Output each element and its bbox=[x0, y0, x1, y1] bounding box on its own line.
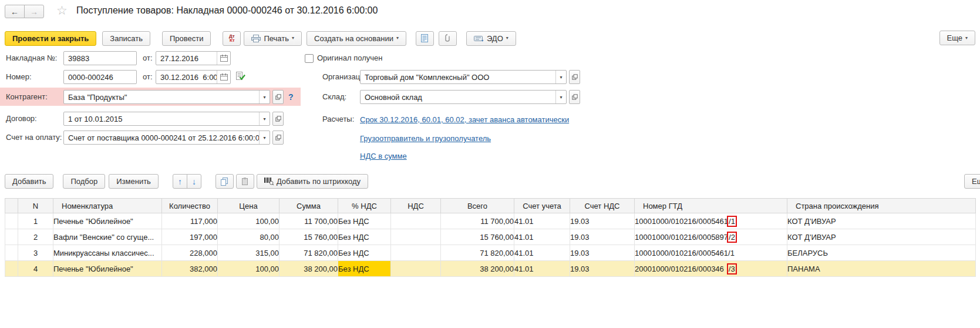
row-marker bbox=[5, 245, 18, 261]
invoice-no-field[interactable]: 39883 bbox=[63, 51, 137, 65]
active-cell[interactable]: Без НДС bbox=[338, 261, 391, 277]
col-total[interactable]: Всего bbox=[441, 199, 514, 213]
number-label: Номер: bbox=[6, 70, 32, 84]
col-nomenclature[interactable]: Номенклатура bbox=[53, 199, 162, 213]
number-date-field[interactable]: 30.12.2016 6:00:00 bbox=[156, 70, 231, 84]
bill-field[interactable]: Счет от поставщика 0000-000241 от 25.12.… bbox=[63, 130, 270, 145]
create-based-on-button[interactable]: Создать на основании▾ bbox=[307, 31, 406, 46]
edit-button[interactable]: Изменить bbox=[109, 174, 159, 189]
calendar-icon bbox=[220, 73, 228, 81]
copy-icon bbox=[220, 178, 228, 186]
col-vat-rate[interactable]: % НДС bbox=[338, 199, 391, 213]
caret-down-icon: ▾ bbox=[965, 36, 968, 41]
col-gtd-number[interactable]: Номер ГТД bbox=[635, 199, 787, 213]
help-icon[interactable]: ? bbox=[288, 90, 294, 104]
print-button[interactable]: Печать▾ bbox=[244, 31, 302, 46]
add-by-barcode-button[interactable]: Добавить по штрихкоду bbox=[257, 174, 368, 189]
caret-down-icon: ▾ bbox=[396, 36, 399, 41]
gtd-annotation-box: /3 bbox=[727, 263, 737, 275]
shipper-consignee-link[interactable]: Грузоотправитель и грузополучатель bbox=[360, 134, 491, 143]
post-button[interactable]: Провести bbox=[162, 31, 211, 46]
clipboard-icon bbox=[241, 178, 249, 186]
original-received-checkbox[interactable] bbox=[305, 54, 314, 63]
items-table: N Номенклатура Количество Цена Сумма % Н… bbox=[5, 198, 976, 277]
row-marker bbox=[5, 229, 18, 245]
table-row[interactable]: 2 Вафли "Венские" со сгуще... 197,000 80… bbox=[5, 229, 976, 245]
counterparty-open-button[interactable] bbox=[272, 90, 284, 104]
items-more-button[interactable]: Еще▾ bbox=[964, 174, 980, 189]
calendar-button[interactable] bbox=[217, 71, 230, 83]
dropdown-button[interactable]: ▾ bbox=[259, 91, 270, 103]
col-n[interactable]: N bbox=[18, 199, 53, 213]
warehouse-field[interactable]: Основной склад ▾ bbox=[360, 90, 567, 104]
edo-button[interactable]: ЭДО▾ bbox=[466, 31, 516, 46]
barcode-icon bbox=[264, 178, 274, 185]
paste-row-button[interactable] bbox=[236, 174, 254, 189]
row-marker-header bbox=[5, 199, 18, 213]
table-row[interactable]: 1 Печенье "Юбилейное" 117,000 100,00 11 … bbox=[5, 213, 976, 229]
back-icon: ← bbox=[11, 7, 19, 16]
table-row[interactable]: 3 Миникруассаны классичес... 228,000 315… bbox=[5, 245, 976, 261]
pick-button[interactable]: Подбор bbox=[63, 174, 105, 189]
forward-icon: → bbox=[30, 7, 38, 16]
open-icon bbox=[572, 94, 578, 100]
warehouse-label: Склад: bbox=[322, 90, 346, 104]
dropdown-button[interactable]: ▾ bbox=[555, 91, 566, 103]
calendar-icon bbox=[220, 55, 228, 62]
col-price[interactable]: Цена bbox=[218, 199, 279, 213]
write-button[interactable]: Записать bbox=[102, 31, 150, 46]
organization-open-button[interactable] bbox=[569, 70, 580, 84]
dropdown-button[interactable]: ▾ bbox=[259, 131, 270, 144]
gtd-annotation-box: /2 bbox=[727, 232, 737, 243]
attachments-button[interactable] bbox=[439, 31, 457, 46]
number-from-label: от: bbox=[143, 70, 153, 84]
bill-open-button[interactable] bbox=[272, 130, 284, 145]
col-vat-account[interactable]: Счет НДС bbox=[570, 199, 635, 213]
col-sum[interactable]: Сумма bbox=[279, 199, 338, 213]
counterparty-field[interactable]: База "Продукты" ▾ bbox=[63, 90, 270, 104]
edo-icon bbox=[474, 35, 484, 42]
copy-row-button[interactable] bbox=[215, 174, 234, 189]
invoice-date-field[interactable]: 27.12.2016 bbox=[156, 51, 231, 65]
more-button[interactable]: Еще▾ bbox=[939, 31, 975, 45]
move-up-button[interactable]: ↑ bbox=[173, 174, 187, 189]
dropdown-button[interactable]: ▾ bbox=[259, 112, 270, 125]
back-button[interactable]: ← bbox=[5, 5, 25, 18]
organization-field[interactable]: Торговый дом "Комплексный" ООО ▾ bbox=[360, 70, 567, 84]
contract-label: Договор: bbox=[6, 112, 37, 126]
open-icon bbox=[275, 94, 281, 100]
nav-buttons: ← → bbox=[5, 5, 44, 18]
warehouse-open-button[interactable] bbox=[569, 90, 580, 104]
show-postings-button[interactable]: ДтКт bbox=[223, 31, 241, 46]
col-account[interactable]: Счет учета bbox=[514, 199, 570, 213]
caret-down-icon: ▾ bbox=[292, 36, 294, 41]
col-quantity[interactable]: Количество bbox=[162, 199, 218, 213]
dropdown-button[interactable]: ▾ bbox=[555, 71, 566, 83]
forward-button[interactable]: → bbox=[24, 5, 44, 18]
contract-field[interactable]: 1 от 10.01.2015 ▾ bbox=[63, 112, 270, 126]
open-icon bbox=[275, 116, 281, 122]
page-title: Поступление товаров: Накладная 0000-0002… bbox=[76, 5, 378, 16]
open-icon bbox=[572, 74, 578, 80]
arrow-down-icon: ↓ bbox=[192, 177, 196, 186]
original-received-label[interactable]: Оригинал получен bbox=[317, 52, 382, 64]
vat-in-total-link[interactable]: НДС в сумме bbox=[360, 152, 407, 160]
printer-icon bbox=[251, 35, 261, 42]
contract-open-button[interactable] bbox=[272, 112, 284, 126]
dtkt-icon: ДтКт bbox=[229, 34, 235, 42]
number-field[interactable]: 0000-000246 bbox=[63, 70, 137, 84]
move-down-button[interactable]: ↓ bbox=[187, 174, 201, 189]
related-documents-button[interactable] bbox=[416, 31, 434, 46]
settlements-link[interactable]: Срок 30.12.2016, 60.01, 60.02, зачет ава… bbox=[360, 115, 569, 124]
favorite-star-icon[interactable]: ☆ bbox=[56, 4, 68, 18]
post-and-close-button[interactable]: Провести и закрыть bbox=[5, 31, 96, 46]
table-row-selected[interactable]: 4 Печенье "Юбилейное" 382,000 100,00 38 … bbox=[5, 261, 976, 277]
open-icon bbox=[275, 135, 281, 140]
set-time-icon[interactable] bbox=[236, 72, 245, 83]
col-country[interactable]: Страна происхождения bbox=[787, 199, 976, 213]
row-marker bbox=[5, 213, 18, 229]
goods-receipt-window: ← → ☆ Поступление товаров: Накладная 000… bbox=[0, 0, 980, 328]
col-vat[interactable]: НДС bbox=[391, 199, 441, 213]
calendar-button[interactable] bbox=[217, 52, 230, 65]
add-row-button[interactable]: Добавить bbox=[5, 174, 53, 189]
